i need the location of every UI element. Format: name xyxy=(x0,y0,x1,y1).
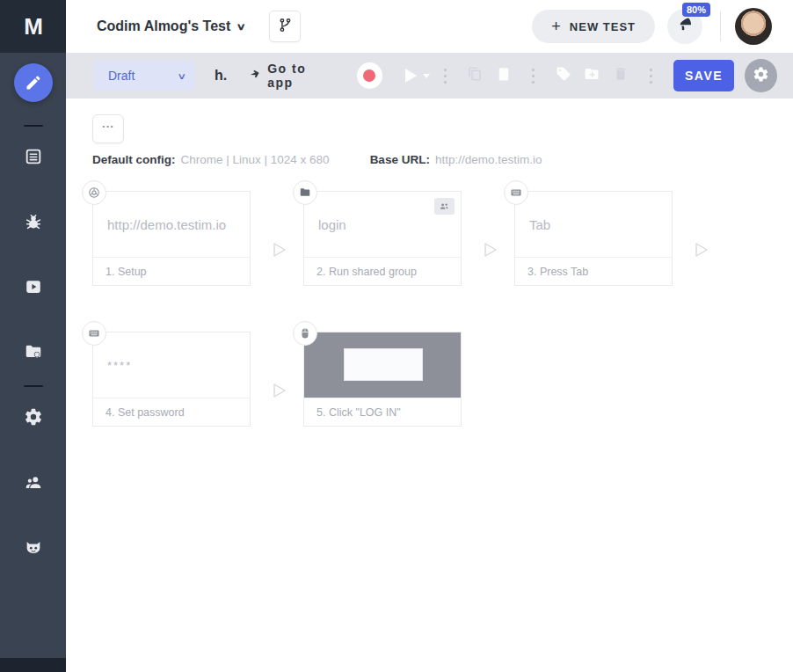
keyboard-icon xyxy=(82,321,106,346)
go-to-app-label: Go to app xyxy=(267,62,333,90)
flow-arrow-icon xyxy=(273,242,287,258)
toolbar-separator xyxy=(532,69,535,84)
step-card-3[interactable]: Tab 3. Press Tab xyxy=(514,191,673,286)
step-caption: 4. Set password xyxy=(93,398,250,426)
test-list-icon xyxy=(24,147,43,170)
step-value: http://demo.testim.io xyxy=(93,192,250,257)
sidebar-item-shared-steps[interactable] xyxy=(0,334,66,373)
keyboard-icon xyxy=(504,180,528,205)
tag-icon xyxy=(556,66,571,85)
step-screenshot xyxy=(304,332,461,398)
sidebar-item-incognito[interactable] xyxy=(0,530,66,568)
run-test-button[interactable] xyxy=(405,69,430,83)
toolbar-separator xyxy=(444,69,447,84)
clipboard-icon xyxy=(496,66,512,85)
step-caption: 5. Click "LOG IN" xyxy=(304,398,461,426)
gear-icon xyxy=(753,66,769,86)
shared-group-icon xyxy=(434,198,455,215)
step-value: **** xyxy=(93,332,250,398)
save-button[interactable]: SAVE xyxy=(673,60,735,91)
team-icon xyxy=(24,472,43,495)
app-logo[interactable]: M xyxy=(0,0,66,53)
record-button[interactable] xyxy=(357,62,382,89)
sidebar-item-settings[interactable] xyxy=(0,399,66,438)
test-canvas: ... Default config: Chrome | Linux | 102… xyxy=(66,99,793,672)
play-icon xyxy=(405,69,417,83)
toolbar-separator xyxy=(650,69,652,84)
config-line: Default config: Chrome | Linux | 1024 x … xyxy=(92,153,542,166)
testim-editor-window: M xyxy=(0,0,793,672)
step-value: Tab xyxy=(515,192,672,257)
sidebar-divider xyxy=(24,125,43,127)
branch-button[interactable] xyxy=(269,11,301,42)
record-icon xyxy=(363,69,375,82)
step-card-1[interactable]: http://demo.testim.io 1. Setup xyxy=(92,191,251,286)
mouse-icon xyxy=(293,321,317,346)
test-settings-button[interactable] xyxy=(745,59,777,92)
test-name-label: Codim Almog's Test xyxy=(97,18,230,34)
status-dropdown[interactable]: Draft ∨ xyxy=(94,61,195,91)
delete-step-button[interactable] xyxy=(607,61,636,91)
default-config-value[interactable]: Chrome | Linux | 1024 x 680 xyxy=(181,153,330,166)
flow-arrow-icon xyxy=(273,383,287,398)
add-to-folder-icon xyxy=(584,66,600,85)
sidebar-bottom-strip xyxy=(0,658,66,672)
sidebar-item-runs[interactable] xyxy=(0,269,66,308)
chevron-down-icon: ∨ xyxy=(236,21,246,33)
duplicate-icon xyxy=(467,66,483,85)
new-test-label: NEW TEST xyxy=(570,20,636,33)
step-card-2[interactable]: login 2. Run shared group xyxy=(303,191,462,286)
base-url-label: Base URL: xyxy=(370,153,430,166)
sidebar: M xyxy=(0,0,66,672)
settings-gear-icon xyxy=(24,407,43,430)
step-card-5[interactable]: 5. Click "LOG IN" xyxy=(303,332,462,427)
new-test-button[interactable]: + NEW TEST xyxy=(532,10,655,43)
incognito-mask-icon xyxy=(24,537,43,560)
login-button-screenshot xyxy=(344,348,423,381)
branch-icon xyxy=(277,17,294,36)
step-caption: 1. Setup xyxy=(93,257,250,285)
flow-arrow-icon xyxy=(695,242,709,258)
bug-icon xyxy=(24,212,43,235)
shared-steps-folder-icon xyxy=(24,342,43,365)
tag-button[interactable] xyxy=(549,61,578,91)
duplicate-step-button[interactable] xyxy=(461,61,490,91)
caret-down-icon xyxy=(423,74,430,78)
default-config-label: Default config: xyxy=(92,153,176,166)
add-to-folder-button[interactable] xyxy=(578,61,607,91)
breadcrumb[interactable]: h. xyxy=(215,68,227,84)
header-divider xyxy=(720,11,721,41)
sidebar-item-test-list[interactable] xyxy=(0,139,66,178)
user-avatar[interactable] xyxy=(735,8,772,45)
step-caption: 3. Press Tab xyxy=(515,257,672,285)
paste-step-button[interactable] xyxy=(489,61,518,91)
chrome-icon xyxy=(82,180,106,205)
base-url-value[interactable]: http://demo.testim.io xyxy=(435,153,542,166)
sidebar-item-bug[interactable] xyxy=(0,204,66,243)
more-options-button[interactable]: ... xyxy=(92,114,124,143)
sidebar-item-team[interactable] xyxy=(0,464,66,503)
megaphone-icon xyxy=(676,16,695,38)
logo-m-icon: M xyxy=(24,13,42,40)
step-card-4[interactable]: **** 4. Set password xyxy=(92,332,251,427)
flow-arrow-icon xyxy=(484,242,498,258)
trash-icon xyxy=(613,66,629,85)
go-to-app-button[interactable]: Go to app xyxy=(248,62,333,90)
top-header: Codim Almog's Test ∨ + NEW TEST 80% xyxy=(66,0,793,53)
folder-icon xyxy=(293,180,317,205)
sidebar-item-editor[interactable] xyxy=(0,53,66,113)
sidebar-divider xyxy=(24,385,43,387)
status-label: Draft xyxy=(108,69,135,83)
step-value: login xyxy=(318,217,346,232)
step-caption: 2. Run shared group xyxy=(304,257,461,285)
quota-badge: 80% xyxy=(682,3,710,17)
edit-pencil-icon xyxy=(14,63,53,102)
test-name-dropdown[interactable]: Codim Almog's Test ∨ xyxy=(97,18,244,34)
plus-icon: + xyxy=(551,18,562,36)
run-video-icon xyxy=(24,277,43,300)
chevron-down-icon: ∨ xyxy=(177,71,186,81)
editor-toolbar: Draft ∨ h. Go to app xyxy=(66,53,793,99)
external-arrow-icon xyxy=(248,69,260,84)
